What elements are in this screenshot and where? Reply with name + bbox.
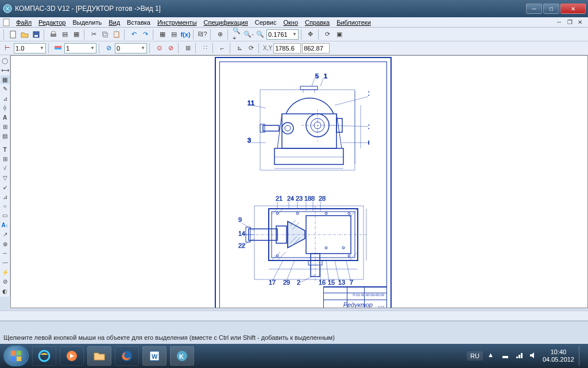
cut-line-button[interactable]: A↓ <box>1 221 10 229</box>
ortho-mode-button[interactable]: ⊾ <box>234 43 245 53</box>
task-ie[interactable] <box>32 346 56 366</box>
style-combo[interactable]: 0▼ <box>115 43 147 53</box>
mdi-restore-icon[interactable]: ❐ <box>567 19 575 26</box>
undo-button[interactable]: ↶ <box>129 29 139 40</box>
layer-combo[interactable]: 1▼ <box>64 43 96 53</box>
minimize-button[interactable]: ─ <box>526 3 542 14</box>
maximize-button[interactable]: □ <box>543 3 559 14</box>
task-mediaplayer[interactable] <box>60 346 84 366</box>
svg-rect-10 <box>274 148 343 164</box>
new-button[interactable] <box>8 29 18 40</box>
geometry-button[interactable]: ◯ <box>1 56 10 65</box>
snap-off-button[interactable]: ⊘ <box>165 43 176 53</box>
drawing-canvas[interactable]: 5 1 10 12 6 11 3 <box>10 55 588 308</box>
grid-toggle-button[interactable]: ⊞ <box>183 43 193 53</box>
menu-insert[interactable]: Вставка <box>123 18 154 26</box>
menu-editor[interactable]: Редактор <box>35 18 69 26</box>
menu-help[interactable]: Справка <box>301 18 333 26</box>
paste-button[interactable]: 📋 <box>111 29 122 40</box>
menu-tools[interactable]: Инструменты <box>154 18 200 26</box>
mdi-close-icon[interactable]: ✕ <box>578 19 586 26</box>
preview-button[interactable]: ▤ <box>60 29 70 40</box>
task-explorer[interactable] <box>87 346 111 366</box>
assoc-button[interactable]: ⊞ <box>1 122 10 131</box>
base-button[interactable]: ▽ <box>1 174 10 182</box>
open-button[interactable] <box>20 29 30 40</box>
tray-flag-icon[interactable]: ▲ <box>488 351 497 361</box>
redraw-button[interactable]: ⟳ <box>323 29 333 40</box>
pan-button[interactable]: ✥ <box>305 29 316 40</box>
menu-spec[interactable]: Спецификация <box>200 18 252 26</box>
menu-libs[interactable]: Библиотеки <box>333 18 374 26</box>
designate-button[interactable]: ▦ <box>1 75 10 84</box>
svg-text:1: 1 <box>324 74 327 79</box>
menu-view[interactable]: Вид <box>105 18 123 26</box>
wave-button[interactable]: 〰 <box>1 258 10 267</box>
param-button[interactable]: ⊿ <box>1 94 10 103</box>
save-button[interactable] <box>31 29 41 40</box>
coord-x[interactable]: 1785.6 <box>273 43 301 53</box>
task-word[interactable]: W <box>142 346 167 366</box>
break-button[interactable]: ⊘ <box>1 277 10 286</box>
input-text-button[interactable]: T <box>1 145 10 154</box>
menu-select[interactable]: Выделить <box>69 18 105 26</box>
print-button[interactable] <box>48 29 59 40</box>
zoom-combo[interactable]: 0.1761▼ <box>266 29 299 40</box>
dims-button[interactable]: ⟷ <box>1 66 10 74</box>
mdi-minimize-icon[interactable]: ─ <box>557 19 565 26</box>
arrow-button[interactable]: ↗ <box>1 230 10 239</box>
show-desktop-button[interactable] <box>579 346 585 366</box>
zoom-in-button[interactable]: 🔍+ <box>232 29 242 40</box>
table-button[interactable]: ⊞ <box>1 155 10 163</box>
view3d-button[interactable]: ▣ <box>334 29 345 40</box>
menu-file[interactable]: Файл <box>13 18 35 26</box>
zoom-out-button[interactable]: 🔍- <box>243 29 254 40</box>
text-button[interactable]: A <box>1 113 10 121</box>
snap-on-button[interactable]: ⊙ <box>154 43 164 53</box>
tray-lang[interactable]: RU <box>467 351 483 361</box>
vars-button[interactable]: f(x) <box>180 29 191 40</box>
spec-button[interactable]: ▤ <box>1 132 10 140</box>
layer-icon[interactable] <box>53 43 63 53</box>
style-icon[interactable]: ⊘ <box>103 43 114 53</box>
measure-button[interactable]: ⟠ <box>1 103 10 112</box>
tray-volume-icon[interactable] <box>529 351 538 361</box>
layers-button[interactable]: ▤ <box>169 29 179 40</box>
redo-button[interactable]: ↷ <box>140 29 150 40</box>
tray-network-icon[interactable] <box>515 351 524 361</box>
auto-axis-button[interactable]: ⚡ <box>1 268 10 277</box>
edit-button[interactable]: ✎ <box>1 85 10 93</box>
leader-button[interactable]: ↙ <box>1 183 10 191</box>
ortho-button[interactable]: ⊢ <box>2 43 13 53</box>
brand-button[interactable]: ⊿ <box>1 192 10 201</box>
tol-button[interactable]: ▭ <box>1 211 10 220</box>
snap-grid-button[interactable]: ∷ <box>200 43 210 53</box>
tray-hw-icon[interactable] <box>501 351 510 361</box>
start-button[interactable] <box>3 346 29 366</box>
doc-button[interactable]: ▦ <box>71 29 82 40</box>
svg-text:13: 13 <box>338 279 345 286</box>
tray-clock[interactable]: 10:40 04.05.2012 <box>543 348 574 363</box>
zoom-fit-button[interactable]: ⊕ <box>215 29 225 40</box>
pos-button[interactable]: ○ <box>1 202 10 210</box>
axis-button[interactable]: ─ <box>1 249 10 258</box>
local-cs-button[interactable]: ⌐ <box>217 43 227 53</box>
zoom-window-button[interactable]: 🔍 <box>255 29 265 40</box>
rough-button[interactable]: √ <box>1 164 10 172</box>
cut-button[interactable]: ✂ <box>88 29 99 40</box>
center-button[interactable]: ⊕ <box>1 240 10 248</box>
linewidth-combo[interactable]: 1.0▼ <box>14 43 46 53</box>
task-firefox[interactable] <box>115 346 139 366</box>
copy-button[interactable]: ⿻ <box>100 29 110 40</box>
coord-y[interactable]: 862.87 <box>302 43 330 53</box>
svg-text:K: K <box>179 353 184 360</box>
svg-rect-112 <box>17 356 21 361</box>
menu-service[interactable]: Сервис <box>252 18 280 26</box>
close-button[interactable]: ✕ <box>560 3 586 14</box>
task-kompas[interactable]: K <box>170 346 194 366</box>
help-button[interactable]: ₪? <box>198 29 208 40</box>
grid-button[interactable]: ▦ <box>157 29 168 40</box>
cond-button[interactable]: ◐ <box>1 287 10 296</box>
round-button[interactable]: ⟳ <box>246 43 256 53</box>
menu-window[interactable]: Окно <box>280 18 301 26</box>
